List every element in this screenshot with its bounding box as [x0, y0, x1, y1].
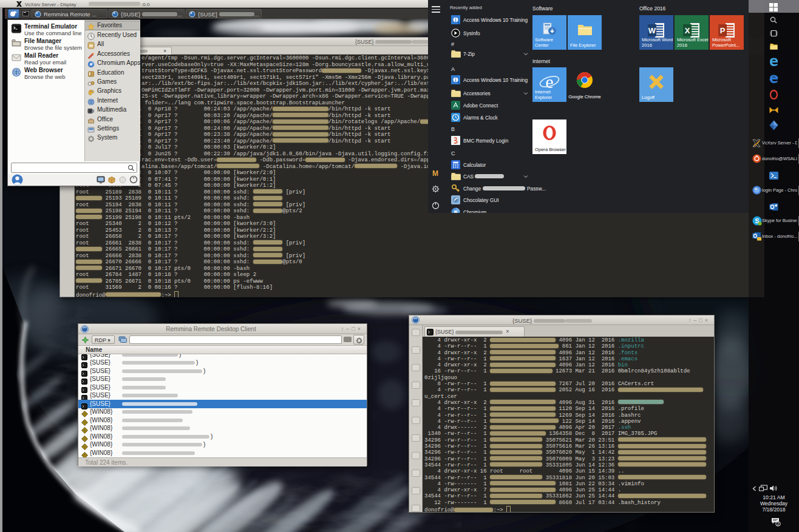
svg-text:X: X — [685, 26, 690, 35]
svg-text:W: W — [648, 26, 656, 35]
svg-text:2: 2 — [777, 522, 780, 526]
svg-text:P: P — [720, 26, 726, 35]
